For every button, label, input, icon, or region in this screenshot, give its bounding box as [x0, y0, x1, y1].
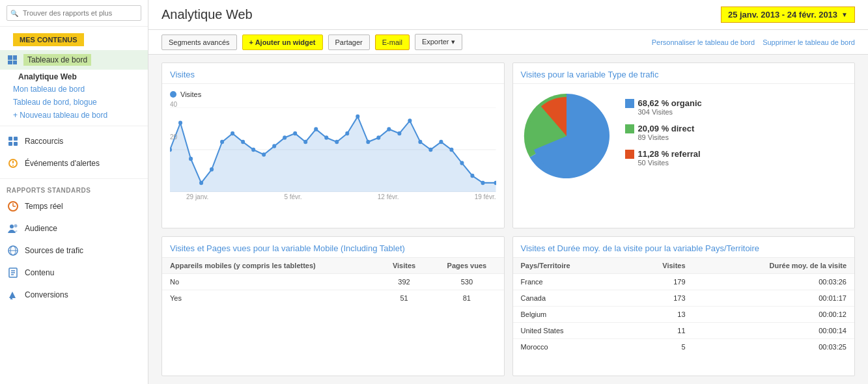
legend-dot: [170, 91, 176, 98]
table-row: No 392 530: [162, 274, 504, 290]
direct-count: 89 Visites: [638, 133, 695, 141]
visits-yes: 51: [378, 290, 430, 307]
sidebar-item-sources[interactable]: Sources de trafic: [0, 240, 148, 262]
direct-text: 20,09 % direct 89 Visites: [638, 124, 695, 141]
search-input[interactable]: [7, 5, 141, 21]
customize-button[interactable]: Personnaliser le tableau de bord: [652, 38, 755, 46]
temps-reel-icon: [7, 200, 20, 213]
svg-point-47: [408, 118, 412, 123]
date-range-picker[interactable]: 25 janv. 2013 - 24 févr. 2013 ▼: [721, 7, 855, 23]
svg-point-32: [251, 148, 255, 152]
svg-point-54: [481, 181, 484, 185]
date-range-text: 25 janv. 2013 - 24 févr. 2013: [728, 10, 837, 20]
table-row: United States 11 00:00:14: [513, 323, 855, 339]
svg-point-40: [335, 140, 339, 144]
grid-icon: [7, 54, 18, 66]
visits-belgium: 13: [626, 307, 693, 323]
conversions-label: Conversions: [25, 290, 68, 299]
main-content: Analytique Web 25 janv. 2013 - 24 févr. …: [148, 0, 868, 384]
sidebar-item-new-tableau[interactable]: + Nouveau tableau de bord: [0, 109, 148, 122]
visits-chart-widget: Visites Visites 40 20: [161, 62, 505, 228]
sidebar: MES CONTENUS Tableaux de bord Analytique…: [0, 0, 148, 384]
device-no: No: [162, 274, 378, 290]
sidebar-item-raccourcis[interactable]: Raccourcis: [0, 130, 148, 152]
svg-point-52: [460, 161, 464, 165]
country-table-widget: Visites et Durée moy. de la visite pour …: [512, 236, 856, 376]
svg-point-25: [178, 121, 182, 126]
temps-reel-label: Temps réel: [25, 202, 63, 211]
sidebar-item-contenu[interactable]: Contenu: [0, 262, 148, 284]
chart-container: 40 20: [170, 101, 496, 192]
evenements-icon: [7, 157, 20, 170]
segments-button[interactable]: Segments avancés: [161, 34, 237, 50]
content-area: Visites Visites 40 20: [148, 55, 868, 384]
svg-point-34: [272, 144, 276, 148]
sidebar-item-tableaux[interactable]: Tableaux de bord: [0, 50, 148, 70]
pie-widget-body: 68,62 % organic 304 Visites 20,09 % dire…: [513, 84, 855, 188]
visits-france: 179: [626, 274, 693, 290]
mes-contenus-label: MES CONTENUS: [13, 33, 84, 46]
referral-count: 50 Visites: [638, 159, 701, 167]
country-us: United States: [513, 323, 626, 339]
svg-point-46: [397, 131, 401, 136]
sidebar-item-audience[interactable]: Audience: [0, 217, 148, 240]
sidebar-item-conversions[interactable]: Conversions: [0, 284, 148, 306]
y-label-40: 40: [170, 101, 177, 108]
visits-chart-title: Visites: [162, 63, 504, 84]
svg-point-44: [376, 135, 380, 140]
table-row: Belgium 13 00:00:12: [513, 307, 855, 323]
raccourcis-icon: [7, 135, 20, 148]
audience-icon: [7, 222, 20, 235]
add-widget-button[interactable]: + Ajouter un widget: [242, 34, 323, 50]
svg-point-37: [303, 140, 307, 144]
svg-point-38: [314, 127, 318, 131]
raccourcis-label: Raccourcis: [25, 137, 63, 146]
share-button[interactable]: Partager: [328, 34, 370, 50]
evenements-label: Événements d'alertes: [25, 159, 100, 168]
visits-canada: 173: [626, 290, 693, 307]
direct-color: [625, 124, 634, 133]
col-visits: Visites: [626, 258, 693, 274]
pie-legend-direct: 20,09 % direct 89 Visites: [625, 124, 847, 141]
contenu-label: Contenu: [25, 268, 54, 277]
svg-point-48: [418, 140, 422, 144]
pie-chart-title: Visites pour la variable Type de trafic: [513, 63, 855, 84]
sources-icon: [7, 244, 20, 257]
export-button[interactable]: Exporter ▾: [415, 34, 462, 50]
device-yes: Yes: [162, 290, 378, 307]
organic-color: [625, 99, 634, 108]
email-button[interactable]: E-mail: [375, 34, 410, 50]
svg-point-33: [262, 152, 266, 157]
sidebar-item-temps-reel[interactable]: Temps réel: [0, 195, 148, 217]
sidebar-item-tableau-blogue[interactable]: Tableau de bord, blogue: [0, 96, 148, 109]
audience-label: Audience: [25, 224, 57, 233]
svg-point-28: [210, 167, 214, 172]
chart-body: Visites 40 20: [162, 84, 504, 207]
search-icon-wrap: [7, 5, 141, 21]
tableaux-label: Tableaux de bord: [23, 54, 91, 66]
main-header: Analytique Web 25 janv. 2013 - 24 févr. …: [148, 0, 868, 30]
table-row: Morocco 5 00:03:25: [513, 339, 855, 355]
visits-us: 11: [626, 323, 693, 339]
svg-rect-0: [8, 137, 12, 141]
delete-button[interactable]: Supprimer le tableau de bord: [763, 38, 855, 46]
page-title: Analytique Web: [161, 7, 253, 22]
svg-point-53: [470, 174, 474, 178]
svg-point-35: [283, 135, 287, 140]
visits-morocco: 5: [626, 339, 693, 355]
x-label-3: 19 févr.: [475, 193, 496, 200]
svg-point-36: [293, 131, 297, 136]
duration-belgium: 00:00:12: [693, 307, 854, 323]
sidebar-item-evenements[interactable]: Événements d'alertes: [0, 152, 148, 174]
svg-point-41: [345, 131, 349, 136]
direct-pct: 20,09 % direct: [638, 124, 695, 133]
svg-rect-2: [8, 142, 12, 146]
country-table: Pays/Territoire Visites Durée moy. de la…: [513, 258, 855, 355]
x-label-2: 12 févr.: [378, 193, 399, 200]
conversions-icon: [7, 288, 20, 301]
country-france: France: [513, 274, 626, 290]
col-country: Pays/Territoire: [513, 258, 626, 274]
organic-pct: 68,62 % organic: [638, 98, 702, 108]
sidebar-item-mon-tableau[interactable]: Mon tableau de bord: [0, 83, 148, 96]
mobile-table-header-row: Appareils mobiles (y compris les tablett…: [162, 258, 504, 274]
